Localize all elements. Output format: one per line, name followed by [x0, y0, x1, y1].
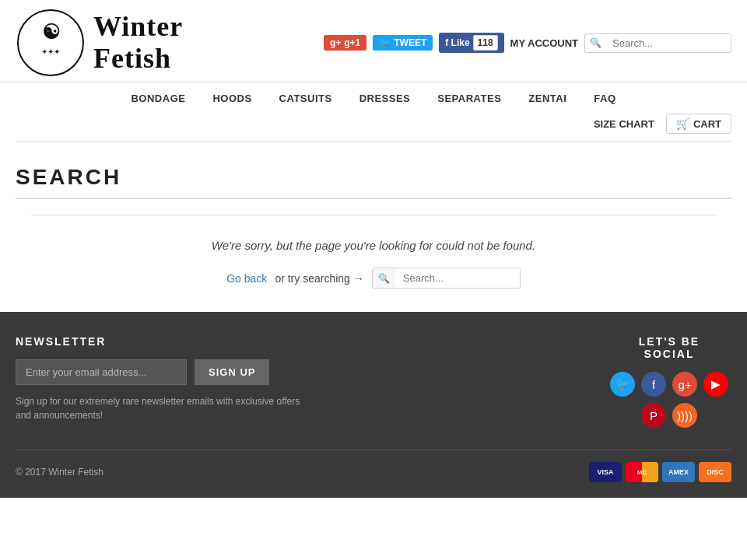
tweet-button[interactable]: 🐦 TWEET: [373, 35, 433, 51]
cart-button[interactable]: 🛒 CART: [666, 114, 731, 134]
or-text: or try searching →: [275, 272, 363, 285]
nav-dresses[interactable]: DRESSES: [356, 91, 415, 106]
nav-catsuits[interactable]: CATSUITS: [275, 91, 336, 106]
facebook-icon: f Like: [445, 37, 469, 48]
nav-bondage[interactable]: BONDAGE: [127, 91, 189, 106]
pinterest-social-icon[interactable]: P: [641, 403, 666, 428]
footer-social: LET'S BESOCIAL 🐦 f g+ ▶ P )))): [607, 335, 731, 434]
google-social-icon[interactable]: g+: [672, 372, 697, 397]
nav-faq[interactable]: FAQ: [590, 91, 619, 106]
amex-icon: AMEX: [662, 462, 695, 482]
facebook-button[interactable]: f Like 118: [439, 33, 503, 53]
visa-icon: VISA: [589, 462, 622, 482]
social-icons-row-top: 🐦 f g+ ▶: [607, 372, 731, 397]
logo-area: ☯ ✦✦✦ Winter Fetish: [16, 8, 183, 78]
go-back-row: Go back or try searching → 🔍: [16, 268, 731, 289]
nav-hoods[interactable]: HOODS: [209, 91, 255, 106]
inline-search: 🔍: [372, 268, 521, 289]
nav-row-primary: BONDAGE HOODS CATSUITS DRESSES SEPARATES…: [16, 86, 731, 110]
rss-social-icon[interactable]: )))): [672, 403, 697, 428]
footer-top: NEWSLETTER SIGN UP Sign up for our extre…: [16, 335, 731, 434]
social-row: g+ g+1 🐦 TWEET f Like 118 MY ACCOUNT 🔍: [324, 33, 731, 53]
twitter-icon: 🐦: [379, 37, 391, 48]
logo-image: ☯ ✦✦✦: [16, 8, 86, 78]
nav-row-secondary: SIZE CHART 🛒 CART: [16, 110, 731, 137]
copyright-text: © 2017 Winter Fetish: [16, 467, 103, 478]
header-search: 🔍: [584, 33, 731, 53]
header: ☯ ✦✦✦ Winter Fetish g+ g+1 🐦 TWEET f Lik…: [0, 0, 747, 82]
youtube-social-icon[interactable]: ▶: [703, 372, 728, 397]
cart-label: CART: [693, 118, 721, 130]
svg-text:☯: ☯: [42, 20, 60, 44]
twitter-social-icon[interactable]: 🐦: [610, 372, 635, 397]
nav-separates[interactable]: SEPARATES: [433, 91, 505, 106]
page-title: SEARCH: [16, 165, 731, 199]
newsletter-description: Sign up for our extremely rare newslette…: [16, 394, 311, 422]
footer: NEWSLETTER SIGN UP Sign up for our extre…: [0, 312, 747, 498]
main-content: SEARCH We're sorry, but the page you're …: [0, 142, 747, 312]
facebook-count: 118: [473, 35, 498, 51]
newsletter-email-input[interactable]: [16, 359, 187, 385]
facebook-social-icon[interactable]: f: [641, 372, 666, 397]
footer-bottom: © 2017 Winter Fetish VISA MC AMEX DISC: [16, 462, 731, 482]
discover-icon: DISC: [699, 462, 731, 482]
social-title: LET'S BESOCIAL: [607, 335, 731, 360]
not-found-message: We're sorry, but the page you're looking…: [16, 239, 731, 252]
search-icon: 🔍: [585, 34, 606, 51]
footer-newsletter: NEWSLETTER SIGN UP Sign up for our extre…: [16, 335, 607, 422]
header-right: g+ g+1 🐦 TWEET f Like 118 MY ACCOUNT 🔍: [324, 33, 731, 53]
go-back-link[interactable]: Go back: [226, 272, 267, 285]
gplus-button[interactable]: g+ g+1: [324, 35, 366, 51]
tweet-label: TWEET: [394, 37, 426, 48]
newsletter-title: NEWSLETTER: [16, 335, 607, 348]
signup-button[interactable]: SIGN UP: [195, 359, 269, 385]
myaccount-link[interactable]: MY ACCOUNT: [510, 37, 578, 49]
title-divider: [31, 215, 716, 215]
inline-search-input[interactable]: [395, 268, 520, 288]
svg-text:✦✦✦: ✦✦✦: [41, 47, 60, 56]
footer-divider: [16, 450, 731, 450]
inline-search-icon: 🔍: [373, 269, 395, 288]
mastercard-icon: MC: [626, 462, 658, 482]
header-search-input[interactable]: [606, 34, 731, 52]
cart-icon: 🛒: [676, 117, 689, 130]
newsletter-form: SIGN UP: [16, 359, 607, 385]
social-icons-row-bottom: P )))): [607, 403, 731, 428]
payment-icons: VISA MC AMEX DISC: [589, 462, 731, 482]
size-chart-link[interactable]: SIZE CHART: [594, 118, 654, 130]
gplus-icon: g+: [330, 37, 341, 48]
nav-zentai[interactable]: ZENTAI: [524, 91, 570, 106]
navigation: BONDAGE HOODS CATSUITS DRESSES SEPARATES…: [0, 82, 747, 141]
gplus-label: g+1: [344, 37, 360, 48]
site-name: Winter Fetish: [93, 11, 183, 75]
